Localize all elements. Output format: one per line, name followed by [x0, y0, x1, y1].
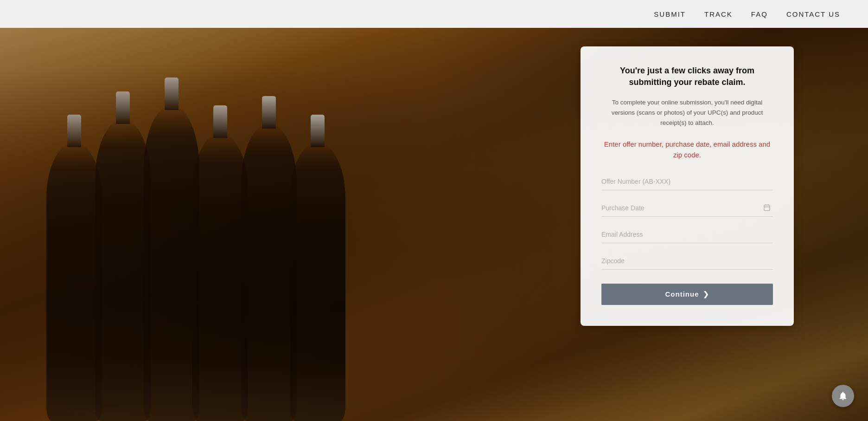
nav-faq[interactable]: FAQ — [751, 10, 768, 18]
form-subtitle: To complete your online submission, you'… — [601, 97, 773, 128]
continue-button[interactable]: Continue❯ — [601, 284, 773, 305]
email-field — [601, 226, 773, 243]
zipcode-field — [601, 253, 773, 270]
offer-number-field — [601, 173, 773, 190]
purchase-date-field — [601, 200, 773, 217]
offer-number-input[interactable] — [601, 173, 773, 190]
notification-button[interactable] — [832, 385, 854, 407]
purchase-date-input[interactable] — [601, 200, 773, 217]
form-instruction: Enter offer number, purchase date, email… — [601, 139, 773, 160]
form-card: You're just a few clicks away from submi… — [581, 46, 794, 326]
hero-section: You're just a few clicks away from submi… — [0, 28, 868, 421]
nav-submit[interactable]: SUBMIT — [654, 10, 686, 18]
email-input[interactable] — [601, 226, 773, 243]
bell-icon — [838, 391, 848, 401]
nav-contact-us[interactable]: CONTACT US — [786, 10, 840, 18]
site-header: SUBMIT TRACK FAQ CONTACT US — [0, 0, 868, 28]
form-headline: You're just a few clicks away from submi… — [601, 65, 773, 88]
zipcode-input[interactable] — [601, 253, 773, 270]
continue-arrow: ❯ — [703, 290, 709, 298]
main-nav: SUBMIT TRACK FAQ CONTACT US — [654, 10, 840, 18]
nav-track[interactable]: TRACK — [704, 10, 733, 18]
